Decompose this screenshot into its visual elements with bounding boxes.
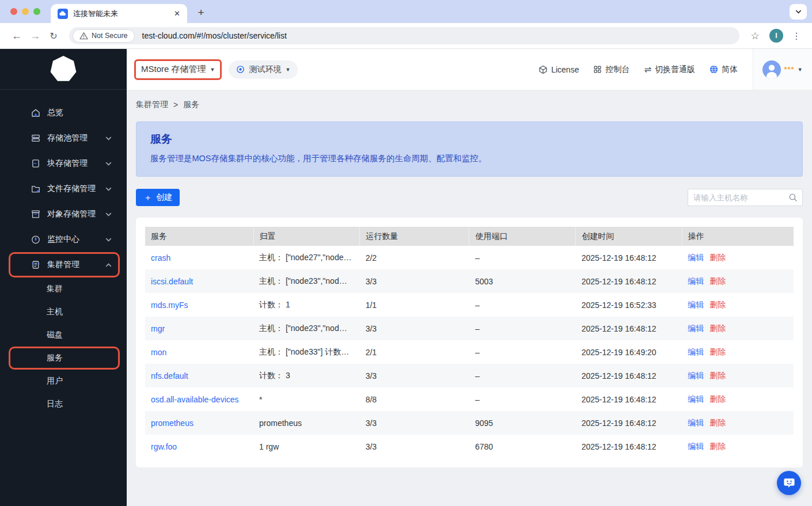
header-action-license[interactable]: License xyxy=(538,65,579,74)
chevron-down-icon xyxy=(105,211,112,218)
close-window-button[interactable] xyxy=(10,8,17,15)
edit-link[interactable]: 编辑 xyxy=(688,442,704,451)
sidebar-subitem-cluster[interactable]: 集群 xyxy=(9,277,120,300)
sidebar-subitem-logs[interactable]: 日志 xyxy=(9,393,120,416)
user-avatar xyxy=(762,60,781,79)
sidebar-subitem-services[interactable]: 服务 xyxy=(9,347,120,370)
edit-link[interactable]: 编辑 xyxy=(688,276,704,286)
table-row-nfs.default: nfs.default计数： 33/3–2025-12-19 16:48:12编… xyxy=(145,364,794,387)
table-toolbar: ＋ 创建 xyxy=(136,189,803,206)
warning-triangle-icon xyxy=(79,32,88,40)
edit-link[interactable]: 编辑 xyxy=(688,347,704,356)
port-cell: 9095 xyxy=(469,411,576,435)
browser-menu-kebab-icon[interactable]: ⋮ xyxy=(789,27,804,44)
sidebar-subitem-hosts[interactable]: 主机 xyxy=(9,300,120,324)
running-count-cell: 3/3 xyxy=(360,269,469,293)
browser-tab-strip: 连接智能未来 ✕ + xyxy=(0,0,812,23)
service-link[interactable]: mon xyxy=(151,348,166,357)
minimize-window-button[interactable] xyxy=(22,8,29,15)
table-row-mds.myFs: mds.myFs计数： 11/1–2025-12-19 16:52:33编辑删除 xyxy=(145,293,794,317)
running-count-cell: 3/3 xyxy=(360,411,469,435)
breadcrumb-section[interactable]: 集群管理 xyxy=(136,100,168,110)
edit-link[interactable]: 编辑 xyxy=(688,300,704,309)
favicon-cloud-icon xyxy=(58,9,68,19)
sidebar-item-file-storage[interactable]: 文件存储管理 xyxy=(9,176,120,201)
port-cell: – xyxy=(469,317,576,340)
page-description: 服务管理是MOS存储集群中的核心功能，用于管理各种存储服务的生命周期、配置和监控… xyxy=(150,153,788,164)
cluster-icon xyxy=(31,260,41,270)
edit-link[interactable]: 编辑 xyxy=(688,394,704,404)
create-button[interactable]: ＋ 创建 xyxy=(136,189,180,206)
sidebar-item-storage-pool[interactable]: 存储池管理 xyxy=(9,125,120,151)
search-icon[interactable] xyxy=(788,193,798,202)
edit-link[interactable]: 编辑 xyxy=(688,253,704,262)
delete-link[interactable]: 删除 xyxy=(709,300,726,309)
delete-link[interactable]: 删除 xyxy=(709,347,726,356)
delete-link[interactable]: 删除 xyxy=(709,418,726,427)
license-icon xyxy=(538,65,548,74)
logo[interactable] xyxy=(0,49,127,89)
services-table-card: 服务归置运行数量使用端口创建时间操作 crash主机： ["node27","n… xyxy=(136,218,803,467)
delete-link[interactable]: 删除 xyxy=(709,371,726,380)
chevron-down-icon xyxy=(105,185,112,193)
delete-link[interactable]: 删除 xyxy=(709,442,726,451)
sidebar-item-overview[interactable]: 总览 xyxy=(9,100,120,125)
sidebar: 总览存储池管理块存储管理文件存储管理对象存储管理监控中心集群管理集群主机磁盘服务… xyxy=(0,49,127,506)
sidebar-subitem-disks[interactable]: 磁盘 xyxy=(9,324,120,347)
column-header: 创建时间 xyxy=(576,227,682,246)
reload-icon[interactable]: ↻ xyxy=(45,27,62,44)
table-row-osd.all-available-devices: osd.all-available-devices*8/8–2025-12-19… xyxy=(145,387,794,411)
not-secure-badge[interactable]: Not Secure xyxy=(73,29,135,43)
service-link[interactable]: prometheus xyxy=(151,419,193,428)
search-input[interactable] xyxy=(693,193,788,202)
chat-support-button[interactable] xyxy=(777,471,801,495)
header-actions: License控制台⇌切换普通版简体 xyxy=(538,64,738,75)
service-link[interactable]: crash xyxy=(151,253,170,262)
running-count-cell: 3/3 xyxy=(360,364,469,387)
running-count-cell: 3/3 xyxy=(360,317,469,340)
browser-profile-avatar[interactable]: I xyxy=(769,29,783,43)
sidebar-item-block-storage[interactable]: 块存储管理 xyxy=(9,151,120,176)
switch-icon: ⇌ xyxy=(644,64,651,75)
tab-title: 连接智能未来 xyxy=(73,9,173,19)
browser-tab[interactable]: 连接智能未来 ✕ xyxy=(51,4,187,23)
sidebar-item-object-storage[interactable]: 对象存储管理 xyxy=(9,201,120,227)
delete-link[interactable]: 删除 xyxy=(709,276,726,286)
service-link[interactable]: osd.all-available-devices xyxy=(151,395,239,404)
sidebar-subitem-users[interactable]: 用户 xyxy=(9,370,120,393)
product-switcher[interactable]: MStore 存储管理 ▼ xyxy=(134,59,222,80)
environment-selector[interactable]: 测试环境 ▼ xyxy=(229,60,298,79)
header-action-console[interactable]: 控制台 xyxy=(593,64,629,75)
sidebar-item-monitor-center[interactable]: 监控中心 xyxy=(9,227,120,252)
service-link[interactable]: mds.myFs xyxy=(151,300,188,310)
maximize-window-button[interactable] xyxy=(33,8,40,15)
service-link[interactable]: rgw.foo xyxy=(151,442,177,451)
column-header: 操作 xyxy=(682,227,794,246)
sidebar-item-cluster-management[interactable]: 集群管理 xyxy=(9,252,120,277)
delete-link[interactable]: 删除 xyxy=(709,253,726,262)
delete-link[interactable]: 删除 xyxy=(709,394,726,404)
service-link[interactable]: nfs.default xyxy=(151,371,188,381)
security-label: Not Secure xyxy=(92,32,128,40)
port-cell: – xyxy=(469,293,576,317)
new-tab-button[interactable]: + xyxy=(193,5,209,21)
service-link[interactable]: iscsi.default xyxy=(151,277,193,286)
service-link[interactable]: mgr xyxy=(151,324,165,333)
header-action-language-simplified[interactable]: 简体 xyxy=(709,64,738,75)
edit-link[interactable]: 编辑 xyxy=(688,418,704,427)
placement-cell: 计数： 3 xyxy=(253,364,360,387)
bookmark-star-icon[interactable]: ☆ xyxy=(746,27,764,44)
edit-link[interactable]: 编辑 xyxy=(688,324,704,333)
back-icon[interactable]: ← xyxy=(8,27,25,44)
address-bar[interactable]: Not Secure test-cloud.com/#!/mos/cluster… xyxy=(69,27,739,44)
user-menu[interactable]: *** ▼ xyxy=(753,49,812,90)
delete-link[interactable]: 删除 xyxy=(709,324,726,333)
object-icon xyxy=(31,209,41,219)
port-cell: 5003 xyxy=(469,269,576,293)
header-action-switch-normal[interactable]: ⇌切换普通版 xyxy=(644,64,695,75)
tab-close-icon[interactable]: ✕ xyxy=(173,9,181,18)
edit-link[interactable]: 编辑 xyxy=(688,371,704,380)
forward-icon[interactable]: → xyxy=(26,27,44,44)
tab-strip-chevron-down-icon[interactable] xyxy=(790,4,807,20)
search-box xyxy=(688,189,803,206)
